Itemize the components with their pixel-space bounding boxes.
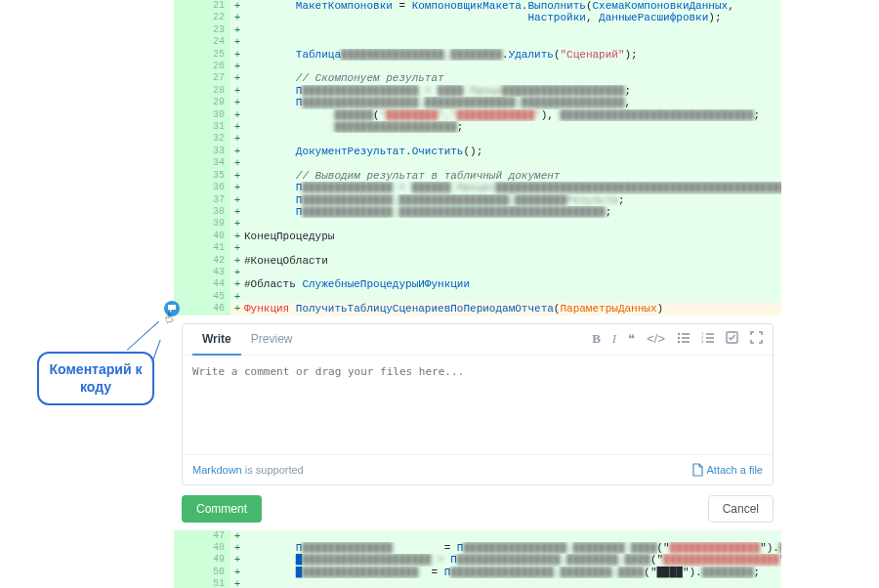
code-line: 25+ Таблица████████████████_████████.Уда… — [174, 49, 781, 61]
line-number-old[interactable] — [174, 121, 202, 133]
line-number-new[interactable]: 49 — [202, 554, 230, 566]
code-line: 41+ — [174, 242, 781, 254]
line-number-new[interactable]: 26 — [202, 61, 230, 72]
line-number-old[interactable] — [174, 206, 202, 218]
diff-marker: + — [230, 85, 244, 97]
line-number-new[interactable]: 33 — [202, 146, 230, 157]
diff-marker: + — [230, 206, 244, 218]
line-number-old[interactable] — [174, 278, 202, 290]
svg-point-0 — [678, 333, 680, 335]
code-line: 32+ — [174, 133, 781, 145]
line-number-new[interactable]: 30 — [202, 109, 230, 121]
line-number-old[interactable] — [174, 194, 202, 206]
line-number-new[interactable]: 43 — [202, 267, 230, 278]
line-number-old[interactable] — [174, 554, 202, 566]
tab-write[interactable]: Write — [192, 324, 241, 356]
comment-button[interactable]: Comment — [182, 495, 262, 523]
line-number-old[interactable] — [174, 12, 202, 23]
line-number-new[interactable]: 40 — [202, 231, 230, 242]
comment-textarea[interactable] — [192, 365, 763, 441]
line-number-new[interactable]: 37 — [202, 194, 230, 206]
code-line: 22+ Настройки, ДанныеРасшифровки); — [174, 12, 781, 23]
diff-marker: + — [230, 291, 244, 303]
diff-marker: + — [230, 542, 244, 554]
line-number-new[interactable]: 31 — [202, 121, 230, 133]
code-content: Функция ПолучитьТаблицуСценариевПоПериод… — [244, 303, 781, 315]
line-number-new[interactable]: 44 — [202, 278, 230, 290]
line-number-old[interactable] — [174, 109, 202, 121]
tab-preview[interactable]: Preview — [241, 324, 303, 354]
line-number-new[interactable]: 24 — [202, 36, 230, 48]
line-number-new[interactable]: 48 — [202, 542, 230, 554]
line-number-old[interactable] — [174, 231, 202, 242]
line-number-new[interactable]: 28 — [202, 85, 230, 97]
line-number-old[interactable] — [174, 72, 202, 84]
line-number-old[interactable] — [174, 170, 202, 182]
line-number-old[interactable] — [174, 567, 202, 578]
line-number-new[interactable]: 35 — [202, 170, 230, 182]
code-content: ██████("████████","████████████"), █████… — [244, 109, 781, 121]
line-number-old[interactable] — [174, 97, 202, 108]
tasklist-icon[interactable] — [726, 331, 738, 347]
quote-icon[interactable]: ❝ — [628, 331, 635, 347]
code-content: // Выводим результат в табличный докумен… — [244, 170, 781, 182]
line-number-new[interactable]: 27 — [202, 72, 230, 84]
code-line: 26+ — [174, 61, 781, 72]
line-number-new[interactable]: 42 — [202, 255, 230, 267]
diff-marker: + — [230, 133, 244, 145]
line-number-old[interactable] — [174, 61, 202, 72]
bold-icon[interactable]: B — [592, 331, 601, 347]
diff-marker: + — [230, 24, 244, 36]
line-number-new[interactable]: 38 — [202, 206, 230, 218]
line-number-old[interactable] — [174, 182, 202, 193]
line-number-new[interactable]: 25 — [202, 49, 230, 61]
line-number-old[interactable] — [174, 267, 202, 278]
code-line: 49+ █████████████████████ = П███████████… — [174, 554, 781, 566]
code-icon[interactable]: </> — [647, 331, 665, 347]
line-number-old[interactable] — [174, 242, 202, 254]
line-number-new[interactable]: 29 — [202, 97, 230, 108]
line-number-old[interactable] — [174, 49, 202, 61]
italic-icon[interactable]: I — [612, 331, 616, 347]
diff-marker: + — [230, 278, 244, 290]
svg-rect-6 — [706, 333, 714, 335]
line-number-old[interactable] — [174, 291, 202, 303]
line-number-new[interactable]: 50 — [202, 567, 230, 578]
line-number-new[interactable]: 47 — [202, 530, 230, 542]
line-number-new[interactable]: 32 — [202, 133, 230, 145]
code-line: 24+ — [174, 36, 781, 48]
line-number-old[interactable] — [174, 542, 202, 554]
line-number-new[interactable]: 46 — [202, 303, 230, 315]
line-number-old[interactable] — [174, 146, 202, 157]
line-number-old[interactable] — [174, 0, 202, 12]
line-number-old[interactable] — [174, 218, 202, 230]
line-number-new[interactable]: 41 — [202, 242, 230, 254]
line-number-new[interactable]: 51 — [202, 578, 230, 588]
line-number-old[interactable] — [174, 36, 202, 48]
code-content: ДокументРезультат.Очистить(); — [244, 146, 781, 157]
line-number-old[interactable] — [174, 157, 202, 169]
line-number-old[interactable] — [174, 255, 202, 267]
attach-file-button[interactable]: Attach a file — [691, 463, 763, 477]
line-number-old[interactable] — [174, 85, 202, 97]
line-number-new[interactable]: 23 — [202, 24, 230, 36]
code-content: ███████████████████ = П████████████████.… — [244, 567, 781, 578]
line-number-old[interactable] — [174, 530, 202, 542]
markdown-link[interactable]: Markdown — [192, 464, 242, 476]
code-line: 44+#Область СлужебныеПроцедурыИФункции — [174, 278, 781, 290]
line-number-new[interactable]: 39 — [202, 218, 230, 230]
fullscreen-icon[interactable] — [750, 331, 763, 347]
line-number-new[interactable]: 21 — [202, 0, 230, 12]
diff-marker: + — [230, 194, 244, 206]
cancel-button[interactable]: Cancel — [708, 495, 774, 523]
line-number-old[interactable] — [174, 24, 202, 36]
line-number-new[interactable]: 22 — [202, 12, 230, 23]
line-number-new[interactable]: 45 — [202, 291, 230, 303]
numbered-list-icon[interactable]: 123 — [701, 331, 714, 347]
line-number-new[interactable]: 36 — [202, 182, 230, 193]
line-number-old[interactable] — [174, 578, 202, 588]
line-number-old[interactable] — [174, 133, 202, 145]
bullet-list-icon[interactable] — [677, 331, 690, 347]
svg-point-2 — [678, 337, 680, 339]
line-number-new[interactable]: 34 — [202, 157, 230, 169]
